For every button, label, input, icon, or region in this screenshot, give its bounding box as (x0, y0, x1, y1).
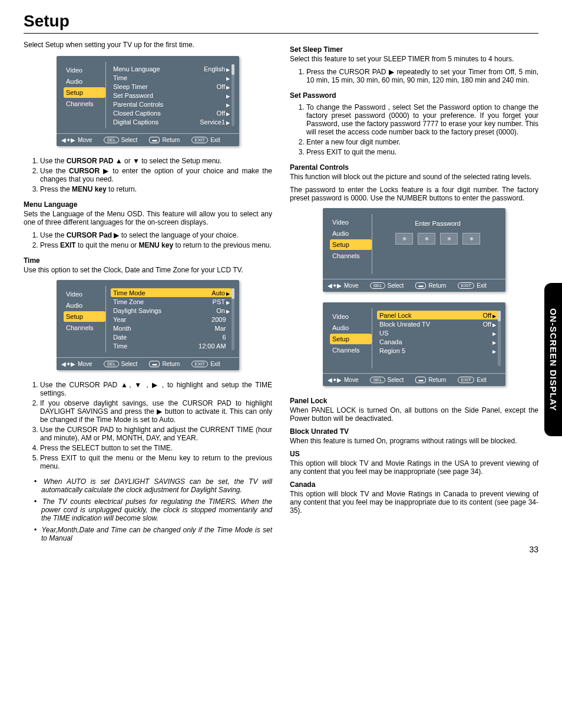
list-item: Use the CURSOR PAD ▲ or ▼ to select the … (40, 157, 272, 165)
osd-label: Panel Lock (379, 312, 411, 319)
body-us: This option will block TV and Movie Rati… (290, 459, 538, 476)
list-item: Press EXIT to quit the menu or MENU key … (40, 241, 272, 249)
osd-row: Time12:00 AM (113, 341, 230, 350)
osd-tab-channels: Channels (64, 322, 105, 333)
osd-tab-setup: Setup (64, 311, 105, 322)
osd-value (200, 101, 230, 108)
body-parental-1: This function will block out the picture… (290, 173, 538, 181)
password-steps: To change the Password , select Set the … (290, 103, 538, 156)
return-icon: ▬ (149, 137, 160, 143)
osd-tab-channels: Channels (330, 345, 372, 355)
sleep-steps: Press the CURSOR PAD ▶ repeatedly to set… (290, 68, 538, 84)
osd-value: 6 (200, 334, 230, 341)
osd-label: Closed Captions (113, 110, 161, 117)
osd-value (467, 347, 496, 354)
osd-tab-audio: Audio (330, 322, 372, 333)
list-item: Use the CURSOR PAD to highlight and adju… (40, 426, 272, 442)
osd-row: Canada (379, 337, 496, 346)
heading-set-password: Set Password (290, 91, 538, 100)
osd-value (200, 74, 230, 81)
osd-row: Panel LockOff (377, 311, 498, 319)
osd-label: Sleep Timer (113, 83, 148, 90)
list-item: Press the CURSOR PAD ▶ repeatedly to set… (306, 68, 538, 84)
osd-label: US (379, 330, 388, 337)
osd-value: Mar (200, 325, 230, 332)
body-sleep-timer: Select this feature to set your SLEEP TI… (290, 55, 538, 63)
osd-row: Year2009 (113, 315, 230, 324)
osd-label: Set Password (113, 92, 153, 99)
osd-label: Year (113, 316, 126, 323)
osd-value: 2009 (200, 316, 230, 323)
scrollbar (232, 64, 234, 126)
osd-value: Off (200, 110, 230, 117)
osd-row: Daylight SavingsOn (113, 306, 230, 315)
osd-value: Auto (200, 289, 230, 297)
list-item: Use the CURSOR Pad ▶ to select the langu… (40, 231, 272, 239)
osd-value: Service1 (200, 118, 230, 126)
body-canada: This option will block TV and Movie Rati… (290, 490, 538, 515)
body-time: Use this option to set the Clock, Date a… (24, 266, 272, 274)
exit-icon: EXIT (191, 137, 208, 143)
list-item: The TV counts electrical pulses for regu… (41, 498, 272, 522)
list-item: Enter a new four digit number. (306, 138, 538, 146)
osd-tab-setup: Setup (330, 334, 372, 344)
osd-tab-audio: Audio (64, 300, 105, 311)
osd-label: Canada (379, 338, 402, 345)
heading-parental-controls: Parental Controls (290, 163, 538, 172)
osd-value: English (200, 65, 230, 73)
osd-label: Region 5 (379, 347, 405, 354)
osd-label: Time (113, 342, 127, 350)
osd-row: Block Unrated TVOff (379, 319, 496, 328)
password-digit: ✶ (395, 233, 413, 245)
heading-menu-language: Menu Language (24, 200, 272, 209)
list-item: Press the SELECT button to set the TIME. (40, 444, 272, 452)
intro-text: Select Setup when setting your TV up for… (24, 41, 272, 49)
osd-label: Block Unrated TV (379, 321, 430, 328)
osd-label: Menu Language (113, 65, 160, 73)
scrollbar (498, 311, 501, 366)
list-item: Use the CURSOR PAD ▲, ▼ , ▶ , to highlig… (40, 381, 272, 397)
osd-row: Time ModeAuto (111, 288, 232, 297)
scrollbar (232, 288, 234, 350)
password-digit: ✶ (418, 233, 435, 245)
menu-language-steps: Use the CURSOR Pad ▶ to select the langu… (24, 231, 272, 249)
osd-value (200, 92, 230, 99)
osd-value: 12:00 AM (199, 342, 230, 350)
osd-row: Date6 (113, 332, 230, 341)
list-item: Year,Month,Date and Time can be changed … (41, 526, 272, 542)
osd-row: Set Password (113, 91, 230, 100)
rule (24, 33, 538, 34)
osd-row: US (379, 328, 496, 337)
time-steps: Use the CURSOR PAD ▲, ▼ , ▶ , to highlig… (24, 381, 272, 470)
move-icon: ◀✦▶ (61, 137, 75, 143)
osd-value: Off (200, 83, 230, 90)
osd-enter-password: VideoAudioSetupChannels Enter Password ✶… (323, 208, 505, 292)
enter-password-label: Enter Password (379, 220, 496, 227)
list-item: To change the Password , select Set the … (306, 103, 538, 136)
osd-value: Off (467, 312, 496, 319)
osd-parental-menu: VideoAudioSetupChannels Panel LockOffBlo… (323, 302, 505, 386)
osd-tab-audio: Audio (330, 228, 372, 239)
osd-label: Time Mode (113, 289, 146, 297)
heading-us: US (290, 450, 538, 458)
osd-label: Time (113, 74, 127, 81)
heading-block-unrated: Block Unrated TV (290, 427, 538, 436)
list-item: Press EXIT to quit the menu. (306, 148, 538, 156)
side-tab: ON-SCREEN DISPLAY (544, 283, 562, 436)
osd-value (467, 338, 496, 345)
osd-label: Date (113, 334, 127, 341)
osd-footer: ◀✦▶Move SELSelect ▬Return EXITExit (57, 133, 239, 146)
osd-tab-channels: Channels (330, 251, 372, 261)
heading-sleep-timer: Set Sleep Timer (290, 45, 538, 54)
time-notes: When AUTO is set DAYLIGHT SAVINGS can be… (41, 477, 272, 542)
osd-row: Time (113, 73, 230, 82)
osd-label: Daylight Savings (113, 307, 161, 314)
password-digit: ✶ (440, 233, 458, 245)
osd-value: On (200, 307, 230, 314)
osd-row: MonthMar (113, 324, 230, 332)
password-digit: ✶ (462, 233, 480, 245)
heading-panel-lock: Panel Lock (290, 397, 538, 405)
page-number: 33 (529, 545, 538, 554)
osd-tab-setup: Setup (64, 87, 105, 98)
osd-row: Closed CaptionsOff (113, 108, 230, 117)
